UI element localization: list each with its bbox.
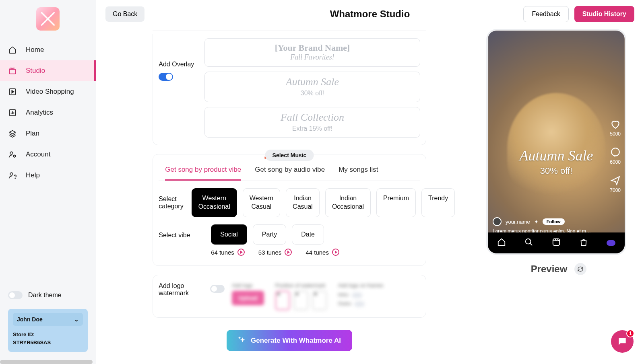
generate-button[interactable]: Generate With Whatmore AI (227, 330, 352, 351)
tune-count: 44 tunes (305, 249, 339, 256)
select-music-badge: Select Music (265, 150, 314, 161)
store-id: Store ID: STRYR5B6SAS (13, 331, 83, 346)
brand-icon (607, 240, 615, 246)
layers-icon (8, 130, 17, 138)
play-icon[interactable] (332, 249, 339, 256)
overlay-card-sub: Fall Favorites! (205, 53, 419, 62)
verify-icon: ✦ (534, 219, 539, 225)
tab-my-songs[interactable]: My songs list (339, 166, 378, 181)
nav-label: Home (26, 46, 44, 54)
watermark-toggle[interactable] (210, 285, 225, 293)
studio-history-button[interactable]: Studio History (574, 6, 634, 22)
phone-user-row: your.name ✦ Follow (493, 217, 620, 226)
play-icon[interactable] (285, 249, 292, 256)
follow-button: Follow (543, 218, 565, 225)
reels-icon (552, 238, 561, 248)
wm-frames-col: Add logo on frames Intro Outro (338, 282, 384, 310)
sidebar-item-plan[interactable]: Plan (0, 123, 96, 144)
overlay-toggle[interactable] (159, 73, 173, 81)
overlay-card[interactable]: Autumn Sale 30% off! (204, 72, 420, 102)
svg-point-3 (10, 152, 13, 154)
upload-button: Upload (232, 291, 264, 305)
chip-social[interactable]: Social (211, 224, 247, 245)
svg-rect-11 (553, 239, 560, 246)
preview-footer: Preview (488, 263, 630, 275)
vibe-row: Select vibe Social Party Date (159, 217, 420, 245)
play-square-icon (8, 88, 17, 96)
sidebar: Home Studio Video Shopping Analytics Pla… (0, 0, 96, 364)
wm-position-col: Position of watermark (275, 282, 327, 310)
tune-count: 64 tunes (211, 249, 245, 256)
like-icon: 5000 (610, 119, 621, 137)
home-icon (497, 238, 506, 248)
chip-premium[interactable]: Premium (376, 188, 416, 217)
user-name-text: John Doe (17, 316, 43, 323)
chat-badge: 1 (626, 329, 634, 337)
dark-theme-toggle[interactable] (8, 291, 23, 299)
overlay-panel: Add Overlay [Your Brand Name] Fall Favor… (153, 34, 426, 145)
play-icon[interactable] (237, 249, 245, 256)
sidebar-item-video-shopping[interactable]: Video Shopping (0, 81, 96, 102)
store-id-label: Store ID: (13, 331, 35, 337)
refresh-button[interactable] (574, 263, 586, 275)
chip-western-occasional[interactable]: WesternOccasional (192, 188, 237, 217)
phone-tabbar (488, 232, 625, 253)
sidebar-item-help[interactable]: Help (0, 165, 96, 186)
chip-date[interactable]: Date (292, 224, 324, 245)
search-icon (524, 238, 533, 248)
tab-audio-vibe[interactable]: Get song by audio vibe (255, 166, 325, 181)
svg-point-5 (10, 173, 13, 175)
share-icon: 7000 (610, 175, 621, 193)
sidebar-item-account[interactable]: Account (0, 144, 96, 165)
sidebar-item-analytics[interactable]: Analytics (0, 102, 96, 123)
svg-point-10 (526, 239, 531, 244)
phone-title: Autumn Sale (488, 147, 625, 164)
chat-bubble-button[interactable]: 1 (611, 330, 634, 353)
watermark-disabled-content: Add logo Upload Position of watermark Ad… (232, 282, 420, 310)
vibe-label: Select vibe (159, 224, 203, 239)
logo (0, 0, 96, 39)
store-id-value: STRYR5B6SAS (13, 339, 51, 345)
nav-label: Help (26, 171, 40, 179)
generate-row: Generate With Whatmore AI (109, 318, 469, 363)
page-title: Whatmore Studio (330, 8, 410, 20)
chip-trendy[interactable]: Trendy (421, 188, 455, 217)
nav: Home Studio Video Shopping Analytics Pla… (0, 39, 96, 284)
sidebar-item-home[interactable]: Home (0, 39, 96, 60)
chevron-down-icon: ⌄ (74, 316, 79, 323)
watermark-label: Add logo watermark (159, 282, 203, 310)
sparkle-icon (238, 335, 246, 345)
chip-western-casual[interactable]: WesternCasual (243, 188, 280, 217)
go-back-button[interactable]: Go Back (105, 6, 144, 22)
overlay-card-sub: Extra 15% off! (205, 125, 419, 132)
nav-label: Analytics (26, 109, 53, 117)
phone-sub: 30% off! (488, 166, 625, 176)
overlay-card-title: [Your Brand Name] (205, 43, 419, 53)
dark-theme-row: Dark theme (8, 291, 88, 299)
tab-product-vibe[interactable]: Get song by product vibe (165, 166, 241, 181)
chip-indian-casual[interactable]: IndianCasual (286, 188, 320, 217)
overlay-card[interactable]: [Your Brand Name] Fall Favorites! (204, 38, 420, 67)
user-selector[interactable]: John Doe ⌄ (13, 313, 83, 326)
overlay-cards: [Your Brand Name] Fall Favorites! Autumn… (204, 38, 420, 138)
chip-indian-occasional[interactable]: IndianOccasional (325, 188, 371, 217)
avatar-icon (493, 217, 502, 226)
category-chips: WesternOccasional WesternCasual IndianCa… (192, 188, 455, 217)
feedback-button[interactable]: Feedback (523, 6, 568, 22)
nav-label: Video Shopping (26, 88, 74, 96)
user-card: John Doe ⌄ Store ID: STRYR5B6SAS (8, 309, 88, 352)
main: Add Overlay [Your Brand Name] Fall Favor… (96, 28, 644, 364)
category-label: Select category (159, 188, 183, 210)
music-panel: Select Music Get song by product vibe Ge… (153, 154, 426, 266)
phone-overlay-text: Autumn Sale 30% off! (488, 147, 625, 176)
overlay-card-title: Autumn Sale (205, 76, 419, 88)
sidebar-item-studio[interactable]: Studio (0, 60, 96, 81)
user-help-icon (8, 171, 17, 179)
chip-party[interactable]: Party (253, 224, 286, 245)
home-icon (8, 46, 17, 54)
dark-theme-label: Dark theme (28, 292, 62, 299)
horizontal-scrollbar[interactable] (0, 360, 93, 364)
generate-label: Generate With Whatmore AI (251, 337, 341, 345)
overlay-card[interactable]: Fall Collection Extra 15% off! (204, 107, 420, 138)
nav-label: Account (26, 150, 50, 158)
